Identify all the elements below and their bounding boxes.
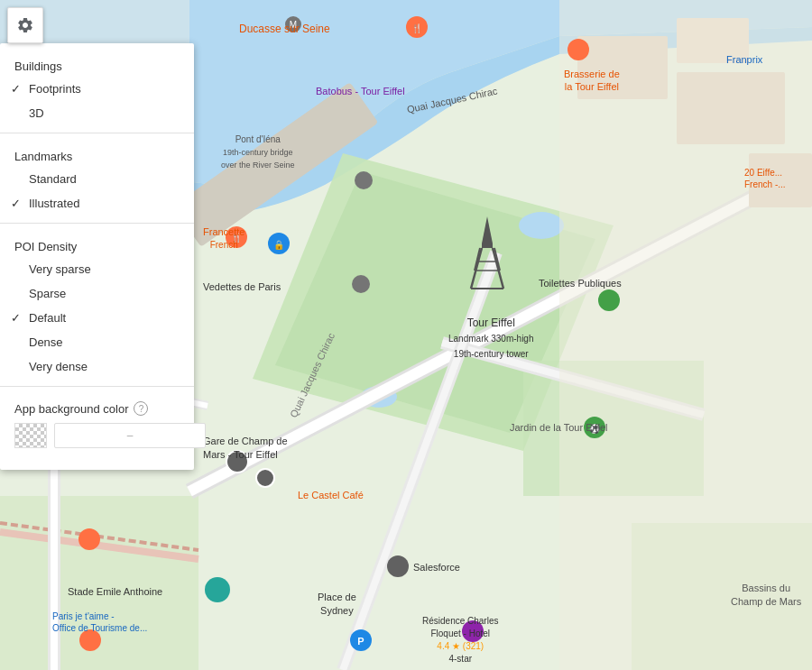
default-item[interactable]: ✓ Default — [0, 306, 194, 330]
settings-gear-button[interactable] — [7, 7, 43, 43]
footprints-label: Footprints — [29, 82, 81, 96]
bg-color-section: App background color ? — [0, 394, 194, 455]
divider-3 — [0, 386, 194, 387]
checkerboard-preview — [14, 423, 47, 448]
sparse-item[interactable]: Sparse — [0, 281, 194, 306]
divider-2 — [0, 223, 194, 224]
svg-rect-18 — [749, 153, 812, 207]
3d-label: 3D — [29, 106, 44, 120]
landmarks-header: Landmarks — [0, 141, 194, 167]
svg-rect-15 — [577, 36, 668, 99]
3d-item[interactable]: 3D — [0, 101, 194, 125]
svg-point-47 — [79, 629, 101, 651]
svg-point-37 — [567, 39, 589, 60]
svg-text:⚽: ⚽ — [589, 423, 601, 435]
svg-point-46 — [78, 528, 100, 550]
svg-point-52 — [462, 620, 484, 642]
settings-panel: Buildings ✓ Footprints 3D Landmarks Stan… — [0, 43, 194, 470]
footprints-checkmark: ✓ — [11, 82, 21, 96]
svg-point-43 — [352, 275, 370, 293]
buildings-header: Buildings — [0, 50, 194, 77]
bg-color-label: App background color — [14, 402, 128, 416]
divider-1 — [0, 133, 194, 133]
color-preview-row — [14, 423, 180, 448]
svg-point-53 — [387, 555, 409, 577]
color-value-input[interactable] — [54, 423, 206, 448]
svg-point-44 — [226, 451, 248, 473]
very-sparse-label: Very sparse — [29, 262, 91, 276]
dense-label: Dense — [29, 335, 63, 349]
svg-text:M: M — [290, 20, 297, 30]
svg-text:🍴: 🍴 — [231, 232, 243, 243]
illustrated-item[interactable]: ✓ Illustrated — [0, 191, 194, 216]
very-dense-item[interactable]: Very dense — [0, 354, 194, 379]
footprints-item[interactable]: ✓ Footprints — [0, 77, 194, 101]
svg-text:P: P — [357, 636, 364, 647]
svg-point-54 — [598, 289, 620, 311]
default-label: Default — [29, 311, 66, 325]
svg-point-45 — [256, 469, 274, 487]
default-checkmark: ✓ — [11, 311, 21, 325]
svg-point-5 — [519, 212, 564, 239]
standard-item[interactable]: Standard — [0, 167, 194, 191]
very-dense-label: Very dense — [29, 360, 88, 373]
dense-item[interactable]: Dense — [0, 330, 194, 354]
help-icon[interactable]: ? — [134, 401, 148, 416]
svg-point-55 — [205, 577, 230, 602]
svg-text:🔒: 🔒 — [273, 239, 285, 251]
svg-rect-27 — [482, 243, 493, 248]
standard-label: Standard — [29, 172, 77, 186]
svg-point-42 — [355, 171, 373, 189]
sparse-label: Sparse — [29, 287, 66, 300]
illustrated-label: Illustrated — [29, 197, 79, 210]
very-sparse-item[interactable]: Very sparse — [0, 257, 194, 281]
svg-text:🍴: 🍴 — [411, 23, 423, 34]
poi-density-header: POI Density — [0, 231, 194, 257]
illustrated-checkmark: ✓ — [11, 197, 21, 210]
svg-rect-17 — [677, 72, 785, 144]
svg-rect-16 — [677, 18, 749, 63]
